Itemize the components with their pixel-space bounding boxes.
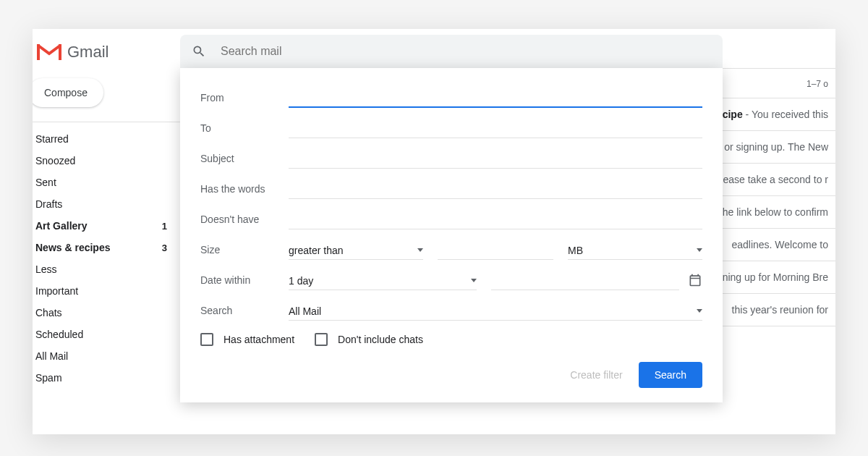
compose-button[interactable]: Compose bbox=[33, 78, 103, 107]
adv-label-date: Date within bbox=[200, 274, 289, 286]
search-input[interactable] bbox=[221, 45, 711, 58]
adv-checkboxes: Has attachment Don't include chats bbox=[200, 326, 702, 349]
adv-row-from: From bbox=[200, 83, 702, 113]
date-within-select[interactable]: 1 day bbox=[289, 271, 477, 290]
sidebar-item-label: Spam bbox=[35, 372, 62, 384]
app-window: Gmail Compose Starred Snoozed Sent Draft… bbox=[33, 29, 835, 434]
checkbox-icon bbox=[315, 333, 328, 346]
sidebar-item-label: All Mail bbox=[35, 350, 68, 362]
sidebar-item-label: Scheduled bbox=[35, 329, 83, 340]
date-input[interactable] bbox=[491, 271, 679, 290]
sidebar-item-label: Snoozed bbox=[35, 155, 75, 166]
search-icon[interactable] bbox=[192, 44, 206, 59]
adv-label-subject: Subject bbox=[200, 153, 289, 164]
sidebar-item-label: Less bbox=[35, 263, 57, 275]
sidebar-item-sent[interactable]: Sent bbox=[33, 172, 180, 193]
sidebar-item-drafts[interactable]: Drafts bbox=[33, 193, 180, 215]
calendar-icon[interactable] bbox=[688, 273, 702, 287]
adv-row-subject: Subject bbox=[200, 143, 702, 174]
sidebar-item-art-gallery[interactable]: Art Gallery1 bbox=[33, 215, 180, 237]
adv-row-doesnthave: Doesn't have bbox=[200, 204, 702, 235]
size-value-input[interactable] bbox=[438, 240, 553, 260]
search-bar[interactable] bbox=[180, 35, 723, 68]
create-filter-button: Create filter bbox=[570, 369, 622, 381]
adv-row-haswords: Has the words bbox=[200, 174, 702, 204]
adv-row-size: Size greater than MB bbox=[200, 235, 702, 265]
logo-area: Gmail bbox=[33, 43, 109, 62]
page-count: 1–7 o bbox=[807, 79, 828, 89]
to-input[interactable] bbox=[289, 119, 702, 138]
sidebar-item-news-recipes[interactable]: News & recipes3 bbox=[33, 237, 180, 258]
subject-input[interactable] bbox=[289, 149, 702, 169]
sidebar-item-label: Chats bbox=[35, 307, 62, 318]
caret-down-icon bbox=[697, 309, 702, 313]
sidebar-item-less[interactable]: Less bbox=[33, 258, 180, 280]
from-input[interactable] bbox=[289, 88, 702, 108]
search-scope-select[interactable]: All Mail bbox=[289, 301, 702, 321]
has-words-input[interactable] bbox=[289, 180, 702, 199]
sidebar-item-spam[interactable]: Spam bbox=[33, 367, 180, 389]
adv-label-search: Search bbox=[200, 305, 289, 316]
sidebar-item-label: News & recipes bbox=[35, 242, 111, 253]
adv-actions: Create filter Search bbox=[200, 349, 702, 388]
sidebar-divider bbox=[33, 122, 180, 122]
sidebar-item-starred[interactable]: Starred bbox=[33, 128, 180, 150]
sidebar-item-label: Starred bbox=[35, 133, 69, 145]
size-operator-select[interactable]: greater than bbox=[289, 240, 423, 260]
advanced-search-panel: From To Subject Has the words Doesn't ha… bbox=[180, 68, 723, 402]
adv-row-date: Date within 1 day bbox=[200, 265, 702, 295]
adv-label-from: From bbox=[200, 92, 289, 104]
sidebar-item-snoozed[interactable]: Snoozed bbox=[33, 150, 180, 172]
brand-text: Gmail bbox=[67, 43, 109, 62]
adv-label-size: Size bbox=[200, 244, 289, 256]
svg-rect-0 bbox=[37, 44, 40, 60]
gmail-logo-icon bbox=[37, 43, 61, 62]
dont-include-chats-checkbox[interactable]: Don't include chats bbox=[315, 333, 423, 346]
adv-row-to: To bbox=[200, 113, 702, 143]
adv-label-haswords: Has the words bbox=[200, 183, 289, 195]
sidebar: Compose Starred Snoozed Sent Drafts Art … bbox=[33, 78, 180, 389]
sidebar-item-label: Drafts bbox=[35, 198, 62, 210]
sidebar-item-scheduled[interactable]: Scheduled bbox=[33, 324, 180, 345]
search-button[interactable]: Search bbox=[639, 362, 702, 388]
sidebar-item-label: Art Gallery bbox=[35, 220, 88, 232]
adv-label-to: To bbox=[200, 122, 289, 134]
sidebar-item-label: Sent bbox=[35, 177, 56, 188]
sidebar-item-label: Important bbox=[35, 285, 78, 297]
checkbox-icon bbox=[200, 333, 213, 346]
adv-row-search: Search All Mail bbox=[200, 295, 702, 326]
size-unit-select[interactable]: MB bbox=[568, 240, 702, 260]
caret-down-icon bbox=[697, 248, 702, 252]
sidebar-item-all-mail[interactable]: All Mail bbox=[33, 345, 180, 367]
sidebar-item-important[interactable]: Important bbox=[33, 280, 180, 302]
caret-down-icon bbox=[417, 248, 423, 252]
caret-down-icon bbox=[471, 279, 477, 282]
sidebar-list: Starred Snoozed Sent Drafts Art Gallery1… bbox=[33, 128, 180, 389]
sidebar-item-chats[interactable]: Chats bbox=[33, 302, 180, 324]
has-attachment-checkbox[interactable]: Has attachment bbox=[200, 333, 294, 346]
svg-rect-1 bbox=[59, 44, 61, 60]
doesnt-have-input[interactable] bbox=[289, 210, 702, 229]
adv-label-doesnthave: Doesn't have bbox=[200, 214, 289, 225]
